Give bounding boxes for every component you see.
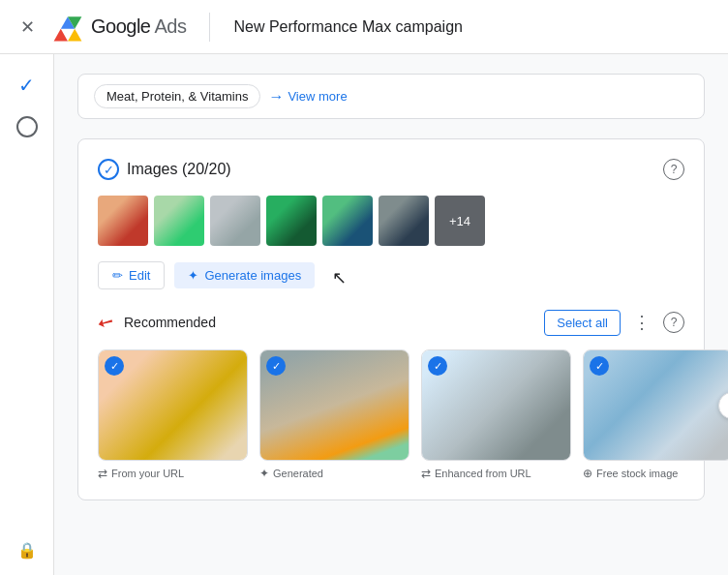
more-options-icon[interactable]: ⋮	[628, 309, 655, 336]
image-card-3: ✓ ⇄ Enhanced from URL	[421, 349, 571, 480]
recommended-help-icon[interactable]: ?	[663, 312, 684, 333]
thumb-4	[266, 196, 317, 246]
thumb-2	[154, 196, 204, 246]
generate-images-button[interactable]: ✦ Generate images	[174, 262, 315, 288]
recommended-label: Recommended	[124, 315, 216, 330]
image-card-1: ✓ ⇄ From your URL	[98, 349, 248, 480]
google-logo: Google Ads	[50, 10, 186, 45]
sidebar: ✓ 🔒	[0, 54, 54, 575]
check-badge-3: ✓	[428, 356, 447, 376]
thumb-5	[322, 196, 373, 246]
image-thumb-wrap-4[interactable]: ✓ ›	[583, 349, 728, 461]
source-icon-3: ⇄	[421, 467, 431, 480]
section-title: Images (20/20)	[127, 161, 231, 178]
main-content: Meat, Protein, & Vitamins → View more ✓ …	[54, 54, 728, 575]
recommended-header: ➘ Recommended Select all ⋮ ?	[98, 309, 684, 336]
recommended-left: ➘ Recommended	[98, 311, 216, 334]
image-thumb-wrap-2[interactable]: ✓	[259, 349, 410, 461]
image-source-label-4: ⊕ Free stock image	[583, 467, 728, 480]
image-source-label-1: ⇄ From your URL	[98, 467, 248, 480]
select-all-button[interactable]: Select all	[544, 310, 621, 336]
thumbnails-row: +14	[98, 196, 684, 246]
view-more-button[interactable]: → View more	[268, 88, 347, 106]
campaign-title: New Performance Max campaign	[233, 18, 463, 36]
red-arrow-icon: ➘	[93, 308, 119, 336]
sidebar-lock-icon: 🔒	[17, 541, 37, 560]
image-thumb-wrap-1[interactable]: ✓	[98, 349, 248, 461]
breadcrumb-tag[interactable]: Meat, Protein, & Vitamins	[94, 84, 260, 108]
source-icon-4: ⊕	[583, 467, 592, 480]
cursor-pointer-icon: ↖	[332, 267, 347, 288]
edit-button[interactable]: ✏ Edit	[98, 261, 165, 289]
image-thumb-wrap-3[interactable]: ✓	[421, 349, 571, 461]
divider	[209, 13, 210, 42]
thumb-6	[379, 196, 429, 246]
top-bar: ✕ Google Ads New Performance Max campaig…	[0, 0, 728, 54]
images-help-icon[interactable]: ?	[663, 159, 684, 180]
section-header: ✓ Images (20/20) ?	[98, 159, 684, 180]
main-layout: ✓ 🔒 Meat, Protein, & Vitamins → View mor…	[0, 54, 728, 575]
image-card-2: ✓ ✦ Generated	[259, 349, 410, 480]
recommended-actions: Select all ⋮ ?	[544, 309, 684, 336]
source-icon-2: ✦	[259, 467, 269, 480]
google-logo-icon	[50, 10, 85, 45]
image-source-label-3: ⇄ Enhanced from URL	[421, 467, 571, 480]
thumb-1	[98, 196, 148, 246]
image-grid: ✓ ⇄ From your URL ✓ ✦ Generated	[98, 349, 684, 480]
arrow-right-icon: →	[268, 88, 284, 106]
source-icon-1: ⇄	[98, 467, 107, 480]
breadcrumb-row: Meat, Protein, & Vitamins → View more	[77, 74, 705, 119]
check-badge-1: ✓	[105, 356, 124, 376]
image-card-4: ✓ › ⊕ Free stock image	[583, 349, 728, 480]
check-badge-4: ✓	[590, 356, 609, 376]
images-section-card: ✓ Images (20/20) ? +14 ✏ Edit	[77, 138, 705, 500]
pencil-icon: ✏	[112, 268, 123, 283]
actions-row: ✏ Edit ✦ Generate images ↖	[98, 261, 684, 289]
image-source-label-2: ✦ Generated	[259, 467, 410, 480]
sparkle-icon: ✦	[188, 268, 198, 283]
thumb-3	[210, 196, 260, 246]
section-check-icon: ✓	[98, 159, 119, 180]
sidebar-circle-icon	[16, 116, 38, 137]
close-button[interactable]: ✕	[15, 15, 39, 39]
sidebar-check-icon: ✓	[12, 70, 43, 101]
section-title-row: ✓ Images (20/20)	[98, 159, 231, 180]
logo-text: Google Ads	[91, 15, 186, 38]
check-badge-2: ✓	[266, 356, 286, 376]
thumb-more-count: +14	[435, 196, 485, 246]
